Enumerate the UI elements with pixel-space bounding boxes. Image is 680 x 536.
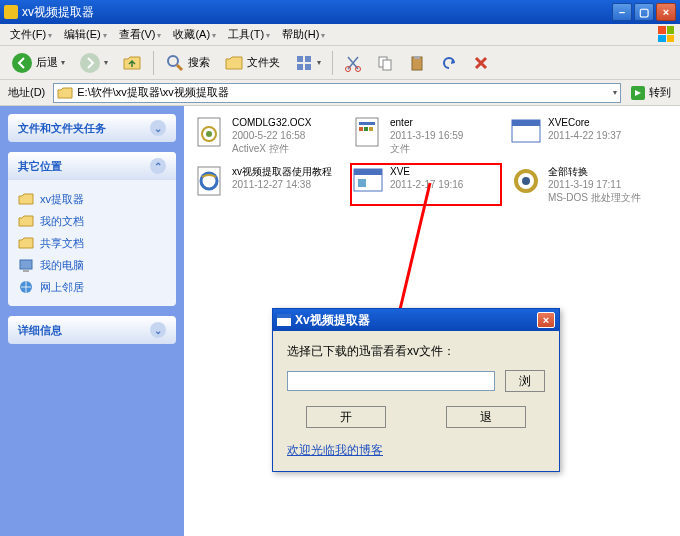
menu-help[interactable]: 帮助(H)▾ xyxy=(276,24,331,45)
taskbox-header[interactable]: 详细信息 ⌄ xyxy=(8,316,176,344)
bat-icon xyxy=(510,165,542,197)
app-icon xyxy=(352,165,384,197)
svg-rect-22 xyxy=(359,122,375,125)
sidebar: 文件和文件夹任务 ⌄ 其它位置 ⌃ xv提取器 我的文档 共享文档 我的电脑 网… xyxy=(0,106,184,536)
toolbar: 后退▾ ▾ 搜索 文件夹 ▾ xyxy=(0,46,680,80)
ie-icon xyxy=(194,165,226,197)
sidebar-item-parent-folder[interactable]: xv提取器 xyxy=(18,188,166,210)
sidebar-item-shared-docs[interactable]: 共享文档 xyxy=(18,232,166,254)
browse-button[interactable]: 浏 xyxy=(505,370,545,392)
svg-rect-32 xyxy=(358,179,366,187)
folder-icon xyxy=(18,213,34,229)
dialog-icon xyxy=(277,314,291,326)
paste-icon xyxy=(408,54,426,72)
back-button[interactable]: 后退▾ xyxy=(6,49,70,77)
svg-rect-25 xyxy=(369,127,373,131)
computer-icon xyxy=(18,257,34,273)
blog-link[interactable]: 欢迎光临我的博客 xyxy=(287,442,545,459)
dialog-close-button[interactable]: × xyxy=(537,312,555,328)
menu-favorites[interactable]: 收藏(A)▾ xyxy=(167,24,222,45)
sidebar-item-my-documents[interactable]: 我的文档 xyxy=(18,210,166,232)
go-icon xyxy=(630,85,646,101)
svg-point-34 xyxy=(522,177,530,185)
network-icon xyxy=(18,279,34,295)
cut-button[interactable] xyxy=(339,51,367,75)
minimize-button[interactable]: – xyxy=(612,3,632,21)
taskbox-other-places: 其它位置 ⌃ xv提取器 我的文档 共享文档 我的电脑 网上邻居 xyxy=(8,152,176,306)
undo-icon xyxy=(440,54,458,72)
views-button[interactable]: ▾ xyxy=(289,50,326,76)
window-titlebar: xv视频提取器 – ▢ × xyxy=(0,0,680,24)
address-label: 地址(D) xyxy=(4,85,49,100)
file-item[interactable]: XVECore2011-4-22 19:37 xyxy=(508,114,660,157)
undo-button[interactable] xyxy=(435,51,463,75)
svg-rect-13 xyxy=(414,56,420,59)
search-icon xyxy=(165,53,185,73)
svg-rect-15 xyxy=(20,260,32,269)
svg-rect-4 xyxy=(297,56,303,62)
windows-logo-icon xyxy=(658,26,676,44)
svg-point-1 xyxy=(80,53,100,73)
chevron-up-icon: ⌃ xyxy=(150,158,166,174)
chevron-down-icon: ⌄ xyxy=(150,120,166,136)
close-button[interactable]: × xyxy=(656,3,676,21)
file-path-input[interactable] xyxy=(287,371,495,391)
svg-rect-24 xyxy=(364,127,368,131)
delete-button[interactable] xyxy=(467,51,495,75)
menu-tools[interactable]: 工具(T)▾ xyxy=(222,24,276,45)
chevron-down-icon[interactable]: ▾ xyxy=(613,88,617,97)
taskbox-details: 详细信息 ⌄ xyxy=(8,316,176,344)
forward-button[interactable]: ▾ xyxy=(74,49,113,77)
svg-point-0 xyxy=(12,53,32,73)
file-item[interactable]: xv视频提取器使用教程2011-12-27 14:38 xyxy=(192,163,344,206)
file-item[interactable]: enter2011-3-19 16:59文件 xyxy=(350,114,502,157)
dialog-titlebar[interactable]: Xv视频提取器 × xyxy=(273,309,559,331)
dialog-xv-extractor: Xv视频提取器 × 选择已下载的迅雷看看xv文件： 浏 开 退 欢迎光临我的博客 xyxy=(272,308,560,472)
svg-line-3 xyxy=(177,65,182,70)
folder-icon xyxy=(57,86,73,100)
sidebar-item-network[interactable]: 网上邻居 xyxy=(18,276,166,298)
menu-file[interactable]: 文件(F)▾ xyxy=(4,24,58,45)
dialog-title: Xv视频提取器 xyxy=(295,312,537,329)
window-title: xv视频提取器 xyxy=(22,4,612,21)
delete-icon xyxy=(472,54,490,72)
menu-edit[interactable]: 编辑(E)▾ xyxy=(58,24,113,45)
views-icon xyxy=(294,53,314,73)
app-icon xyxy=(4,5,18,19)
folders-button[interactable]: 文件夹 xyxy=(219,50,285,76)
menubar: 文件(F)▾ 编辑(E)▾ 查看(V)▾ 收藏(A)▾ 工具(T)▾ 帮助(H)… xyxy=(0,24,680,46)
address-path: E:\软件\xv提取器\xv视频提取器 xyxy=(77,85,229,100)
copy-icon xyxy=(376,54,394,72)
svg-rect-7 xyxy=(305,64,311,70)
folder-icon xyxy=(18,191,34,207)
exit-button[interactable]: 退 xyxy=(446,406,526,428)
folder-up-icon xyxy=(122,53,142,73)
back-icon xyxy=(11,52,33,74)
maximize-button[interactable]: ▢ xyxy=(634,3,654,21)
paste-button[interactable] xyxy=(403,51,431,75)
address-bar: 地址(D) E:\软件\xv提取器\xv视频提取器 ▾ 转到 xyxy=(0,80,680,106)
file-item-highlighted[interactable]: XVE2011-2-17 19:16 xyxy=(350,163,502,206)
doc-icon xyxy=(352,116,384,148)
copy-button[interactable] xyxy=(371,51,399,75)
chevron-down-icon: ⌄ xyxy=(150,322,166,338)
folder-icon xyxy=(18,235,34,251)
app-icon xyxy=(510,116,542,148)
ocx-icon xyxy=(194,116,226,148)
forward-icon xyxy=(79,52,101,74)
file-item[interactable]: 全部转换2011-3-19 17:11MS-DOS 批处理文件 xyxy=(508,163,660,206)
open-button[interactable]: 开 xyxy=(306,406,386,428)
taskbox-header[interactable]: 其它位置 ⌃ xyxy=(8,152,176,180)
go-button[interactable]: 转到 xyxy=(625,82,676,104)
svg-point-2 xyxy=(168,56,178,66)
cut-icon xyxy=(344,54,362,72)
file-item[interactable]: COMDLG32.OCX2000-5-22 16:58ActiveX 控件 xyxy=(192,114,344,157)
search-button[interactable]: 搜索 xyxy=(160,50,215,76)
taskbox-header[interactable]: 文件和文件夹任务 ⌄ xyxy=(8,114,176,142)
taskbox-file-tasks: 文件和文件夹任务 ⌄ xyxy=(8,114,176,142)
menu-view[interactable]: 查看(V)▾ xyxy=(113,24,168,45)
dialog-label: 选择已下载的迅雷看看xv文件： xyxy=(287,343,545,360)
sidebar-item-my-computer[interactable]: 我的电脑 xyxy=(18,254,166,276)
up-button[interactable] xyxy=(117,50,147,76)
address-field[interactable]: E:\软件\xv提取器\xv视频提取器 ▾ xyxy=(53,83,621,103)
